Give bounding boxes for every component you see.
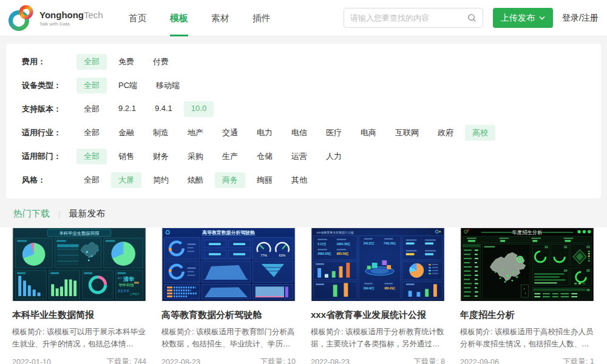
filter-option[interactable]: 简约 (146, 172, 176, 188)
tab-hot-downloads[interactable]: 热门下载 (13, 208, 50, 220)
wordcloud-word: 清华 (123, 276, 134, 282)
filter-option[interactable]: 大屏 (111, 172, 141, 188)
template-title[interactable]: 年度招生分析 (460, 309, 594, 321)
header: YonghongTech Talk with Data 首页 模板 素材 插件 … (0, 0, 607, 36)
filter-option[interactable]: 制造 (146, 125, 176, 141)
download-count: 下载量: 8 (414, 357, 445, 364)
filter-option[interactable]: 全部 (76, 54, 107, 70)
login-register-link[interactable]: 登录/注册 (562, 13, 599, 24)
filter-option[interactable]: 财务 (146, 149, 176, 164)
panel-badge: 04 (564, 269, 568, 272)
brand-light: Tech (84, 10, 103, 20)
filter-option[interactable]: 其他 (284, 172, 314, 188)
kpi-value: 2693.03亿 (317, 252, 331, 255)
brand-bold: Yonghong (39, 10, 84, 20)
filter-option[interactable]: 交通 (215, 125, 245, 141)
download-count: 下载量: 10 (260, 357, 296, 364)
filter-option[interactable]: 炫酷 (180, 172, 211, 188)
template-thumbnail[interactable]: xxx省教育事业发展统计公报 5.11万 2984.35亿 2693.03亿 9… (311, 228, 445, 302)
wordcloud-word: 浙大 (117, 277, 122, 280)
filter-option[interactable]: 销售 (111, 149, 141, 164)
filter-option[interactable]: 绚丽 (249, 172, 280, 188)
panel-badge: 06 (586, 289, 590, 292)
filter-option[interactable]: 采购 (180, 149, 211, 164)
tab-latest-release[interactable]: 最新发布 (69, 208, 105, 220)
filter-options: 全部 大屏 简约 炫酷 商务 绚丽 其他 (76, 172, 314, 188)
upload-publish-label: 上传发布 (501, 13, 535, 24)
nav-item-materials[interactable]: 素材 (211, 0, 229, 36)
upload-publish-button[interactable]: 上传发布 (493, 8, 553, 28)
filter-option[interactable]: 全部 (76, 125, 107, 141)
filter-option[interactable]: 医疗 (319, 125, 349, 141)
filter-option[interactable]: 互联网 (388, 125, 426, 141)
filter-option[interactable]: 高校 (465, 125, 495, 141)
template-card[interactable]: xxx省教育事业发展统计公报 5.11万 2984.35亿 2693.03亿 9… (311, 228, 445, 364)
search-box[interactable] (344, 8, 483, 28)
wordcloud-word: 上海交大 (130, 292, 140, 295)
thumb-dashboard-title: xxx省教育事业发展统计公报 (316, 231, 353, 235)
kpi-value: 7491.06亿 (384, 242, 396, 245)
filter-options: 全部 9.2.1 9.4.1 10.0 (76, 101, 214, 117)
filter-label: 适用部门： (22, 151, 76, 162)
filter-option[interactable]: 仓储 (249, 149, 280, 164)
template-card[interactable]: 本科毕业生数据简报 (12, 228, 146, 364)
main-nav: 首页 模板 素材 插件 (129, 0, 271, 36)
template-title[interactable]: xxx省教育事业发展统计公报 (311, 309, 445, 321)
filter-option[interactable]: 全部 (76, 149, 107, 164)
filter-row-department: 适用部门： 全部 销售 财务 采购 生产 仓储 运营 人力 (22, 149, 585, 164)
filter-option[interactable]: 全部 (76, 78, 107, 93)
nav-item-plugins[interactable]: 插件 (253, 0, 271, 36)
filter-option[interactable]: 地产 (180, 125, 211, 141)
filter-option[interactable]: 10.0 (184, 101, 214, 117)
filter-option[interactable]: 商务 (215, 172, 245, 188)
filter-option[interactable]: 政府 (430, 125, 461, 141)
filter-options: 全部 销售 财务 采购 生产 仓储 运营 人力 (76, 149, 349, 164)
template-thumbnail[interactable]: 本科毕业生数据简报 (12, 228, 146, 302)
logo-text: YonghongTech Talk with Data (39, 10, 103, 27)
filter-option[interactable]: 免费 (111, 54, 141, 70)
search-input[interactable] (350, 13, 467, 22)
thumb-dashboard-title: 本科毕业生数据简报 (59, 231, 100, 236)
filter-options: 全部 免费 付费 (76, 54, 176, 70)
filter-option[interactable]: 9.4.1 (148, 101, 180, 117)
filter-option[interactable]: 移动端 (149, 78, 187, 93)
template-description: 模板简介: 该模板可以用于展示本科毕业生就业、升学的情况，包括总体情况、... (12, 326, 146, 350)
template-date: 2022-01-10 (12, 358, 51, 364)
thumb-dashboard-title: 年度招生分析 (512, 229, 543, 235)
filter-option[interactable]: 电信 (284, 125, 314, 141)
filter-option[interactable]: 金融 (111, 125, 141, 141)
filter-row-industry: 适用行业： 全部 金融 制造 地产 交通 电力 电信 医疗 电商 互联网 政府 … (22, 125, 585, 141)
kpi-value: 2984.35亿 (337, 242, 351, 246)
template-thumbnail[interactable]: 年度招生分析 (460, 228, 594, 302)
filter-label: 适用行业： (22, 127, 76, 138)
template-card[interactable]: 高等教育数据分析驾驶舱 77% (161, 228, 296, 364)
filter-option[interactable]: PC端 (111, 78, 144, 93)
filter-option[interactable]: 电力 (249, 125, 280, 141)
filter-option[interactable]: 9.2.1 (111, 101, 143, 117)
kpi-value: 980.43亿 (384, 287, 395, 290)
template-title[interactable]: 高等教育数据分析驾驶舱 (161, 309, 296, 321)
template-title[interactable]: 本科毕业生数据简报 (12, 309, 146, 321)
header-right: 上传发布 登录/注册 (344, 8, 599, 28)
filter-option[interactable]: 全部 (76, 172, 107, 188)
nav-item-home[interactable]: 首页 (129, 0, 147, 36)
filter-option[interactable]: 运营 (284, 149, 314, 164)
template-card[interactable]: 年度招生分析 (460, 228, 594, 364)
wordcloud-word: 华中科技 (118, 283, 134, 287)
template-thumbnail[interactable]: 高等教育数据分析驾驶舱 77% (161, 228, 296, 302)
filter-option[interactable]: 全部 (76, 101, 107, 117)
panel-badge: 01 (544, 246, 548, 249)
filter-option[interactable]: 付费 (146, 54, 176, 70)
panel-badge: 05 (586, 269, 590, 272)
nav-item-templates[interactable]: 模板 (170, 0, 188, 36)
filter-option[interactable]: 人力 (319, 149, 349, 164)
search-icon[interactable] (467, 13, 476, 22)
template-description: 模板简介: 该模板适用于教育部门分析高校数据，包括招生、毕业统计、学历分... (161, 326, 296, 350)
sort-tabs: 热门下载 | 最新发布 (6, 198, 601, 228)
filter-option[interactable]: 电商 (353, 125, 384, 141)
logo[interactable]: YonghongTech Talk with Data (7, 4, 103, 32)
template-date: 2022-08-23 (311, 358, 350, 364)
filter-row-fee: 费用： 全部 免费 付费 (22, 54, 585, 70)
filter-option[interactable]: 生产 (215, 149, 245, 164)
template-date: 2022-09-06 (460, 358, 499, 364)
